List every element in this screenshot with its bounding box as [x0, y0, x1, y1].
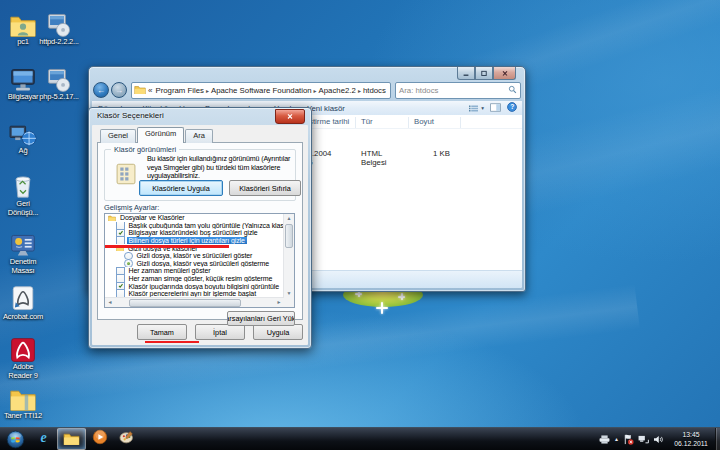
setting-item[interactable]: Gizli dosya, klasör veya sürücüleri göst… [105, 260, 294, 268]
column-header-size[interactable]: Boyut [414, 117, 434, 126]
checkbox[interactable] [116, 267, 125, 275]
back-button[interactable]: ← [93, 82, 109, 98]
recycle-bin-icon [1, 170, 45, 200]
search-input[interactable]: Ara: htdocs [395, 82, 521, 99]
taskbar-clock[interactable]: 13:45 06.12.2011 [669, 430, 713, 448]
address-dropdown-icon[interactable]: ▼ [389, 87, 391, 93]
radio-button[interactable] [124, 260, 133, 268]
breadcrumb-item[interactable]: Apache2.2 [318, 86, 357, 95]
scrollbar-thumb[interactable] [129, 299, 241, 307]
radio-button[interactable] [124, 252, 133, 260]
setting-label[interactable]: Her zaman menüleri göster [127, 267, 213, 274]
red-underline-annotation [145, 341, 199, 344]
taskbar-app-internet-explorer[interactable]: e [30, 428, 57, 448]
desktop-icon-denetim-masasi[interactable]: Denetim Masası [1, 228, 45, 275]
breadcrumb-prefix: « [146, 86, 154, 95]
restore-defaults-button[interactable]: Varsayılanları Geri Yükle [227, 311, 295, 326]
folder-views-group: Klasör görünümleri Bu klasör için kullan… [104, 149, 296, 201]
change-view-button[interactable]: ▾ [468, 104, 484, 113]
tab-görünüm[interactable]: Görünüm [137, 127, 184, 143]
file-type: HTML Belgesi [361, 149, 387, 167]
column-header-type[interactable]: Tür [361, 117, 373, 126]
desktop-icon-ag[interactable]: Ağ [1, 117, 45, 156]
setting-label[interactable]: Her zaman simge göster, küçük resim göst… [127, 275, 275, 282]
checkbox[interactable] [116, 282, 125, 290]
setting-label[interactable]: Bilinen dosya türleri için uzantıları gi… [127, 237, 247, 244]
paint-icon [119, 430, 135, 446]
internet-explorer-icon: e [40, 431, 46, 445]
show-hidden-icon[interactable]: ▲ [614, 436, 619, 442]
apply-to-folders-button[interactable]: Klasörlere Uygula [139, 180, 223, 196]
clock-time: 13:45 [669, 430, 713, 439]
setting-label[interactable]: Gizli dosya, klasör ve sürücüleri göster [135, 252, 255, 259]
help-icon[interactable]: ? [507, 102, 517, 114]
address-bar[interactable]: « Program Files▸Apache Software Foundati… [131, 82, 391, 99]
start-button[interactable] [0, 428, 30, 450]
tab-genel[interactable]: Genel [100, 129, 136, 143]
checkbox[interactable] [116, 222, 125, 230]
advanced-settings-label: Gelişmiş Ayarlar: [104, 203, 159, 212]
setting-item[interactable]: Klasör ipuçlarında dosya boyutu bilgisin… [105, 282, 294, 290]
setting-item[interactable]: Her zaman simge göster, küçük resim göst… [105, 275, 294, 283]
action-center-icon[interactable] [623, 434, 634, 445]
setting-item[interactable]: Dosyalar ve Klasörler [105, 214, 294, 222]
close-button[interactable] [493, 67, 516, 80]
minimize-button[interactable] [457, 67, 475, 80]
breadcrumb: Program Files▸Apache Software Foundation… [154, 86, 386, 95]
desktop-icon-label: Denetim Masası [1, 258, 45, 275]
scrollbar-thumb[interactable] [285, 224, 293, 248]
horizontal-scrollbar[interactable]: ◄► [105, 297, 284, 307]
vertical-scrollbar[interactable]: ▲▼ [283, 214, 294, 298]
preview-pane-button[interactable] [490, 103, 501, 114]
dialog-title: Klasör Seçenekleri [97, 111, 164, 120]
setting-item[interactable]: Gizli dosya, klasör ve sürücüleri göster [105, 252, 294, 260]
setting-label[interactable]: Bilgisayar klasöründeki boş sürücüleri g… [127, 229, 260, 236]
printer-icon[interactable] [599, 435, 610, 444]
taskbar-app-windows-explorer[interactable] [57, 428, 86, 450]
desktop-icon-geri-donusum[interactable]: Geri Dönüşü... [1, 170, 45, 217]
folder-options-dialog: Klasör Seçenekleri GenelGörünümAra Klasö… [88, 107, 312, 349]
desktop-icon-taner-tti12[interactable]: Taner TTI12 [1, 382, 45, 421]
breadcrumb-item[interactable]: Apache Software Foundation [210, 86, 313, 95]
network-icon[interactable] [638, 435, 649, 444]
setting-item[interactable]: Bilgisayar klasöründeki boş sürücüleri g… [105, 229, 294, 237]
show-desktop-button[interactable] [715, 428, 720, 450]
desktop-icon-httpd-installer[interactable]: httpd-2.2.2... [37, 8, 81, 47]
network-icon [1, 117, 45, 147]
desktop-icon-php-installer[interactable]: php-5.2.17... [37, 63, 81, 102]
windows-explorer-icon [63, 432, 80, 447]
advanced-settings-list[interactable]: Dosyalar ve KlasörlerBaşlık çubuğunda ta… [104, 213, 295, 308]
volume-icon[interactable] [653, 435, 664, 444]
setting-label[interactable]: Başlık çubuğunda tam yolu görüntüle (Yal… [127, 222, 295, 229]
window-caption-buttons [457, 67, 516, 80]
setting-label[interactable]: Gizli dosya, klasör veya sürücüleri göst… [135, 260, 272, 267]
breadcrumb-separator-icon[interactable]: ▸ [313, 88, 318, 94]
desktop-icon-acrobat-com[interactable]: Acrobat.com [1, 283, 45, 322]
cancel-button[interactable]: İptal [195, 324, 245, 340]
breadcrumb-item[interactable]: Program Files [154, 86, 205, 95]
breadcrumb-item[interactable]: htdocs [362, 86, 387, 95]
folder-views-icon [113, 161, 139, 189]
checkbox[interactable] [116, 229, 125, 237]
setting-label[interactable]: Klasör ipuçlarında dosya boyutu bilgisin… [127, 283, 282, 290]
dialog-close-button[interactable] [275, 109, 305, 124]
forward-button[interactable]: → [111, 82, 127, 98]
desktop-icon-label: Taner TTI12 [1, 412, 45, 421]
setting-item[interactable]: Başlık çubuğunda tam yolu görüntüle (Yal… [105, 222, 294, 230]
apply-button[interactable]: Uygula [253, 324, 303, 340]
setting-item[interactable]: Bilinen dosya türleri için uzantıları gi… [105, 237, 294, 245]
navigation-bar: ← → « Program Files▸Apache Software Foun… [93, 80, 521, 100]
maximize-button[interactable] [475, 67, 493, 80]
desktop-icon-label: Adobe Reader 9 [1, 363, 45, 380]
tab-ara[interactable]: Ara [185, 129, 213, 143]
ok-button[interactable]: Tamam [137, 324, 187, 340]
taskbar-app-media-player[interactable] [86, 428, 113, 448]
checkbox[interactable] [116, 275, 125, 283]
reset-folders-button[interactable]: Klasörleri Sıfırla [229, 180, 301, 196]
setting-item[interactable]: Her zaman menüleri göster [105, 267, 294, 275]
taskbar-app-paint[interactable] [113, 428, 140, 448]
toolbar-item[interactable]: Yeni klasör [307, 104, 345, 113]
control-panel-icon [1, 228, 45, 258]
desktop-icon-adobe-reader[interactable]: Adobe Reader 9 [1, 333, 45, 380]
checkbox[interactable] [116, 237, 125, 245]
